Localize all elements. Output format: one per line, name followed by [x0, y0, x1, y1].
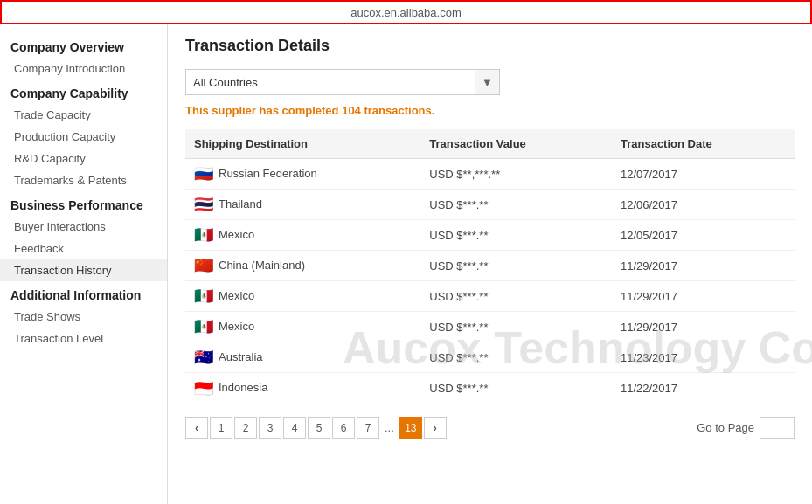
- sidebar-item-feedback[interactable]: Feedback: [0, 238, 167, 259]
- value-cell: USD $***.**: [420, 251, 612, 281]
- value-cell: USD $***.**: [420, 281, 612, 312]
- sidebar-item-buyer-interactions[interactable]: Buyer Interactions: [0, 216, 167, 238]
- flag-icon: 🇲🇽: [194, 290, 213, 303]
- country-cell: 🇲🇽Mexico: [185, 281, 420, 312]
- page-button-7[interactable]: 7: [357, 417, 379, 439]
- page-button-4[interactable]: 4: [283, 417, 306, 439]
- country-name: China (Mainland): [219, 259, 305, 272]
- page-button-1[interactable]: 1: [210, 417, 232, 439]
- flag-icon: 🇮🇩: [194, 383, 213, 396]
- sidebar-item-trade-shows[interactable]: Trade Shows: [0, 306, 167, 328]
- sidebar-item-company-introduction[interactable]: Company Introduction: [0, 58, 167, 79]
- country-cell: 🇹🇭Thailand: [185, 190, 420, 220]
- page-button-6[interactable]: 6: [332, 417, 355, 439]
- filter-row: All Countries ▼: [185, 69, 795, 95]
- country-cell: 🇮🇩Indonesia: [185, 373, 420, 404]
- table-header-date: Transaction Date: [612, 129, 795, 159]
- value-cell: USD $***.**: [420, 220, 612, 251]
- country-select[interactable]: All Countries: [185, 69, 500, 95]
- main-content: Transaction Details All Countries ▼ This…: [168, 24, 812, 452]
- country-name: Mexico: [219, 228, 254, 241]
- flag-icon: 🇦🇺: [194, 351, 213, 364]
- country-cell: 🇲🇽Mexico: [185, 312, 420, 342]
- pagination: ‹ 1234567...13› Go to Page: [185, 417, 795, 439]
- transaction-count: This supplier has completed 104 transact…: [185, 104, 795, 117]
- sidebar-section-title: Business Performance: [0, 191, 167, 216]
- sidebar-item-rd-capacity[interactable]: R&D Capacity: [0, 148, 167, 169]
- url-text: aucox.en.alibaba.com: [350, 6, 461, 19]
- table-row: 🇦🇺AustraliaUSD $***.**11/23/2017: [185, 342, 795, 373]
- table-row: 🇹🇭ThailandUSD $***.**12/06/2017: [185, 190, 795, 220]
- page-dots: ...: [381, 421, 398, 434]
- date-cell: 11/29/2017: [612, 312, 795, 342]
- table-body: 🇷🇺Russian FederationUSD $**,***.**12/07/…: [185, 159, 795, 404]
- page-button-5[interactable]: 5: [308, 417, 330, 439]
- value-cell: USD $**,***.**: [420, 159, 612, 190]
- value-cell: USD $***.**: [420, 373, 612, 404]
- value-cell: USD $***.**: [420, 342, 612, 373]
- goto-label: Go to Page: [697, 421, 754, 434]
- table-row: 🇷🇺Russian FederationUSD $**,***.**12/07/…: [185, 159, 795, 190]
- flag-icon: 🇷🇺: [194, 168, 213, 181]
- date-cell: 11/22/2017: [612, 373, 795, 404]
- table-row: 🇲🇽MexicoUSD $***.**11/29/2017: [185, 281, 795, 312]
- country-name: Thailand: [219, 197, 262, 211]
- page-title: Transaction Details: [185, 37, 795, 55]
- page-button-13[interactable]: 13: [399, 417, 422, 439]
- page-button-3[interactable]: 3: [259, 417, 281, 439]
- country-cell: 🇦🇺Australia: [185, 342, 420, 373]
- flag-icon: 🇲🇽: [194, 321, 213, 334]
- sidebar-section-title: Company Capability: [0, 79, 167, 104]
- flag-icon: 🇨🇳: [194, 259, 213, 273]
- table-row: 🇨🇳China (Mainland)USD $***.**11/29/2017: [185, 251, 795, 281]
- value-cell: USD $***.**: [420, 312, 612, 342]
- value-cell: USD $***.**: [420, 190, 612, 220]
- date-cell: 12/06/2017: [612, 190, 795, 220]
- sidebar-section-title: Additional Information: [0, 281, 167, 306]
- country-name: Indonesia: [219, 381, 267, 394]
- transaction-number: 104: [342, 104, 361, 117]
- sidebar: Company OverviewCompany IntroductionComp…: [0, 24, 168, 504]
- next-page-button[interactable]: ›: [424, 417, 447, 439]
- table-header-row: Shipping DestinationTransaction ValueTra…: [185, 129, 795, 159]
- country-select-wrapper: All Countries ▼: [185, 69, 500, 95]
- page-button-2[interactable]: 2: [234, 417, 257, 439]
- table-header-destination: Shipping Destination: [185, 129, 420, 159]
- country-name: Australia: [219, 350, 263, 363]
- date-cell: 12/07/2017: [612, 159, 795, 190]
- goto-page: Go to Page: [697, 417, 795, 439]
- transaction-summary-text: This supplier has completed: [185, 104, 342, 117]
- country-cell: 🇨🇳China (Mainland): [185, 251, 420, 281]
- sidebar-item-trade-capacity[interactable]: Trade Capacity: [0, 104, 167, 126]
- country-name: Mexico: [219, 289, 254, 302]
- sidebar-item-trademarks-patents[interactable]: Trademarks & Patents: [0, 169, 167, 191]
- date-cell: 12/05/2017: [612, 220, 795, 251]
- address-bar[interactable]: aucox.en.alibaba.com: [0, 0, 812, 24]
- country-cell: 🇷🇺Russian Federation: [185, 159, 420, 190]
- date-cell: 11/23/2017: [612, 342, 795, 373]
- table-row: 🇲🇽MexicoUSD $***.**12/05/2017: [185, 220, 795, 251]
- table-row: 🇮🇩IndonesiaUSD $***.**11/22/2017: [185, 373, 795, 404]
- sidebar-item-transaction-level[interactable]: Transaction Level: [0, 328, 167, 349]
- country-name: Mexico: [219, 320, 254, 333]
- goto-input[interactable]: [760, 417, 795, 439]
- date-cell: 11/29/2017: [612, 251, 795, 281]
- date-cell: 11/29/2017: [612, 281, 795, 312]
- table-header-value: Transaction Value: [420, 129, 612, 159]
- sidebar-item-production-capacity[interactable]: Production Capacity: [0, 126, 167, 148]
- prev-page-button[interactable]: ‹: [185, 417, 208, 439]
- country-cell: 🇲🇽Mexico: [185, 220, 420, 251]
- sidebar-section-title: Company Overview: [0, 33, 167, 58]
- transaction-table: Shipping DestinationTransaction ValueTra…: [185, 129, 795, 404]
- flag-icon: 🇹🇭: [194, 198, 213, 211]
- table-row: 🇲🇽MexicoUSD $***.**11/29/2017: [185, 312, 795, 342]
- transaction-suffix: transactions.: [361, 104, 435, 117]
- sidebar-item-transaction-history[interactable]: Transaction History: [0, 259, 167, 281]
- country-name: Russian Federation: [219, 167, 317, 180]
- flag-icon: 🇲🇽: [194, 229, 213, 242]
